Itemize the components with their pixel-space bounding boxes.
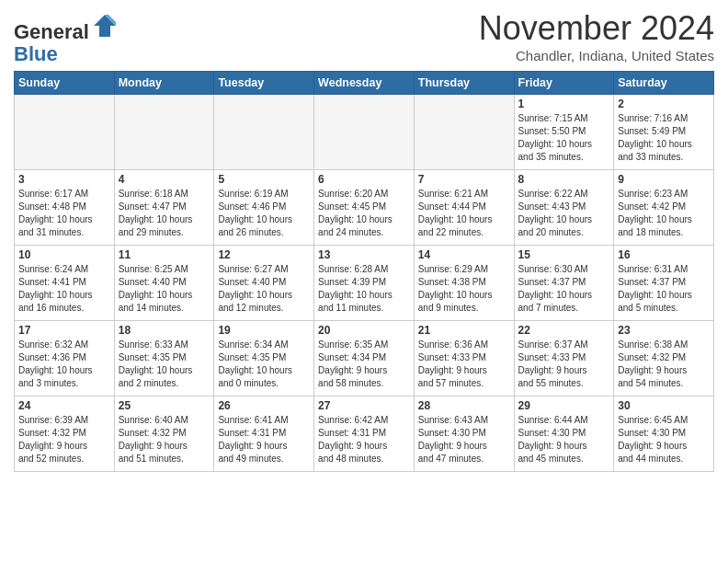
calendar-week-1: 3Sunrise: 6:17 AM Sunset: 4:48 PM Daylig… <box>15 170 714 246</box>
day-info: Sunrise: 6:28 AM Sunset: 4:39 PM Dayligh… <box>318 263 410 315</box>
calendar-cell: 10Sunrise: 6:24 AM Sunset: 4:41 PM Dayli… <box>15 246 115 321</box>
calendar-cell: 30Sunrise: 6:45 AM Sunset: 4:30 PM Dayli… <box>614 396 714 472</box>
day-number: 19 <box>218 324 310 337</box>
day-info: Sunrise: 6:24 AM Sunset: 4:41 PM Dayligh… <box>18 263 110 315</box>
day-number: 21 <box>418 324 510 337</box>
day-number: 25 <box>119 399 210 412</box>
calendar-cell: 6Sunrise: 6:20 AM Sunset: 4:45 PM Daylig… <box>314 170 415 246</box>
logo-blue: Blue <box>14 42 58 65</box>
calendar-cell: 24Sunrise: 6:39 AM Sunset: 4:32 PM Dayli… <box>15 396 115 472</box>
day-info: Sunrise: 6:42 AM Sunset: 4:31 PM Dayligh… <box>318 414 410 465</box>
calendar-cell: 15Sunrise: 6:30 AM Sunset: 4:37 PM Dayli… <box>514 246 614 321</box>
col-sunday: Sunday <box>15 72 115 95</box>
day-info: Sunrise: 6:43 AM Sunset: 4:30 PM Dayligh… <box>418 414 510 465</box>
calendar-cell: 27Sunrise: 6:42 AM Sunset: 4:31 PM Dayli… <box>314 396 415 472</box>
day-number: 10 <box>18 248 110 261</box>
day-info: Sunrise: 6:38 AM Sunset: 4:32 PM Dayligh… <box>618 339 710 390</box>
day-number: 8 <box>518 173 610 186</box>
day-info: Sunrise: 6:35 AM Sunset: 4:34 PM Dayligh… <box>318 339 410 390</box>
calendar-cell <box>15 95 115 170</box>
day-number: 15 <box>518 248 610 261</box>
calendar-cell: 28Sunrise: 6:43 AM Sunset: 4:30 PM Dayli… <box>414 396 514 472</box>
calendar-cell: 22Sunrise: 6:37 AM Sunset: 4:33 PM Dayli… <box>514 321 614 396</box>
month-title: November 2024 <box>479 9 714 48</box>
day-number: 9 <box>618 173 710 186</box>
day-number: 29 <box>518 399 610 412</box>
logo-general: General <box>14 20 89 43</box>
calendar-cell <box>114 95 214 170</box>
calendar-cell: 19Sunrise: 6:34 AM Sunset: 4:35 PM Dayli… <box>214 321 314 396</box>
day-number: 2 <box>618 98 710 110</box>
day-number: 4 <box>119 173 210 186</box>
day-info: Sunrise: 6:25 AM Sunset: 4:40 PM Dayligh… <box>119 263 210 315</box>
col-tuesday: Tuesday <box>214 72 314 95</box>
calendar-cell: 23Sunrise: 6:38 AM Sunset: 4:32 PM Dayli… <box>614 321 714 396</box>
calendar-cell: 25Sunrise: 6:40 AM Sunset: 4:32 PM Dayli… <box>114 396 214 472</box>
day-info: Sunrise: 6:45 AM Sunset: 4:30 PM Dayligh… <box>618 414 710 465</box>
logo-icon <box>92 13 118 39</box>
calendar-cell: 2Sunrise: 7:16 AM Sunset: 5:49 PM Daylig… <box>614 95 714 170</box>
col-saturday: Saturday <box>614 72 714 95</box>
day-number: 26 <box>218 399 310 412</box>
calendar-cell: 12Sunrise: 6:27 AM Sunset: 4:40 PM Dayli… <box>214 246 314 321</box>
calendar-cell: 5Sunrise: 6:19 AM Sunset: 4:46 PM Daylig… <box>214 170 314 246</box>
day-number: 22 <box>518 324 610 337</box>
calendar-cell: 29Sunrise: 6:44 AM Sunset: 4:30 PM Dayli… <box>514 396 614 472</box>
day-info: Sunrise: 6:36 AM Sunset: 4:33 PM Dayligh… <box>418 339 510 390</box>
calendar-header-row: Sunday Monday Tuesday Wednesday Thursday… <box>15 72 714 95</box>
calendar-cell <box>214 95 314 170</box>
calendar-cell: 16Sunrise: 6:31 AM Sunset: 4:37 PM Dayli… <box>614 246 714 321</box>
day-info: Sunrise: 6:40 AM Sunset: 4:32 PM Dayligh… <box>119 414 210 465</box>
day-info: Sunrise: 6:44 AM Sunset: 4:30 PM Dayligh… <box>518 414 610 465</box>
day-info: Sunrise: 6:29 AM Sunset: 4:38 PM Dayligh… <box>418 263 510 315</box>
calendar-week-4: 24Sunrise: 6:39 AM Sunset: 4:32 PM Dayli… <box>15 396 714 472</box>
day-info: Sunrise: 6:30 AM Sunset: 4:37 PM Dayligh… <box>518 263 610 315</box>
day-info: Sunrise: 7:16 AM Sunset: 5:49 PM Dayligh… <box>618 112 710 164</box>
col-wednesday: Wednesday <box>314 72 415 95</box>
day-number: 17 <box>18 324 110 337</box>
calendar-cell: 21Sunrise: 6:36 AM Sunset: 4:33 PM Dayli… <box>414 321 514 396</box>
calendar: Sunday Monday Tuesday Wednesday Thursday… <box>14 71 714 472</box>
day-number: 14 <box>418 248 510 261</box>
col-thursday: Thursday <box>414 72 514 95</box>
day-info: Sunrise: 6:17 AM Sunset: 4:48 PM Dayligh… <box>18 188 110 239</box>
calendar-cell: 11Sunrise: 6:25 AM Sunset: 4:40 PM Dayli… <box>114 246 214 321</box>
day-info: Sunrise: 6:39 AM Sunset: 4:32 PM Dayligh… <box>18 414 110 465</box>
day-info: Sunrise: 6:32 AM Sunset: 4:36 PM Dayligh… <box>18 339 110 390</box>
day-number: 13 <box>318 248 410 261</box>
day-number: 11 <box>119 248 210 261</box>
day-info: Sunrise: 6:31 AM Sunset: 4:37 PM Dayligh… <box>618 263 710 315</box>
calendar-week-3: 17Sunrise: 6:32 AM Sunset: 4:36 PM Dayli… <box>15 321 714 396</box>
col-monday: Monday <box>114 72 214 95</box>
day-number: 23 <box>618 324 710 337</box>
calendar-cell <box>414 95 514 170</box>
page: General Blue November 2024 Chandler, Ind… <box>0 0 728 481</box>
day-number: 6 <box>318 173 410 186</box>
calendar-cell: 17Sunrise: 6:32 AM Sunset: 4:36 PM Dayli… <box>15 321 115 396</box>
day-number: 18 <box>119 324 210 337</box>
calendar-cell: 1Sunrise: 7:15 AM Sunset: 5:50 PM Daylig… <box>514 95 614 170</box>
day-number: 12 <box>218 248 310 261</box>
day-info: Sunrise: 6:21 AM Sunset: 4:44 PM Dayligh… <box>418 188 510 239</box>
day-info: Sunrise: 6:33 AM Sunset: 4:35 PM Dayligh… <box>119 339 210 390</box>
day-number: 24 <box>18 399 110 412</box>
day-number: 3 <box>18 173 110 186</box>
logo: General Blue <box>14 13 118 65</box>
day-number: 5 <box>218 173 310 186</box>
calendar-cell: 4Sunrise: 6:18 AM Sunset: 4:47 PM Daylig… <box>114 170 214 246</box>
header: General Blue November 2024 Chandler, Ind… <box>14 9 714 65</box>
day-info: Sunrise: 6:18 AM Sunset: 4:47 PM Dayligh… <box>119 188 210 239</box>
calendar-cell: 3Sunrise: 6:17 AM Sunset: 4:48 PM Daylig… <box>15 170 115 246</box>
day-number: 28 <box>418 399 510 412</box>
day-number: 20 <box>318 324 410 337</box>
day-info: Sunrise: 6:34 AM Sunset: 4:35 PM Dayligh… <box>218 339 310 390</box>
day-info: Sunrise: 6:20 AM Sunset: 4:45 PM Dayligh… <box>318 188 410 239</box>
day-info: Sunrise: 6:23 AM Sunset: 4:42 PM Dayligh… <box>618 188 710 239</box>
day-info: Sunrise: 6:27 AM Sunset: 4:40 PM Dayligh… <box>218 263 310 315</box>
calendar-cell: 20Sunrise: 6:35 AM Sunset: 4:34 PM Dayli… <box>314 321 415 396</box>
svg-marker-0 <box>94 15 116 37</box>
calendar-cell: 14Sunrise: 6:29 AM Sunset: 4:38 PM Dayli… <box>414 246 514 321</box>
day-info: Sunrise: 6:19 AM Sunset: 4:46 PM Dayligh… <box>218 188 310 239</box>
day-number: 1 <box>518 98 610 110</box>
calendar-cell: 9Sunrise: 6:23 AM Sunset: 4:42 PM Daylig… <box>614 170 714 246</box>
